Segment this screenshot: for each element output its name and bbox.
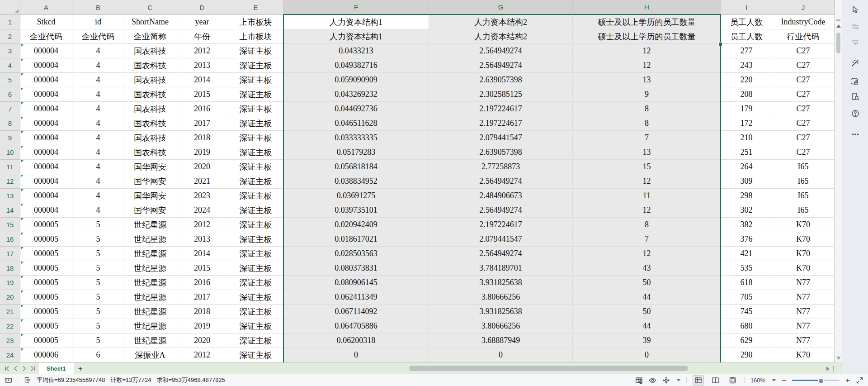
row-header-3[interactable]: 3: [0, 44, 20, 58]
cell-J5[interactable]: C27: [772, 73, 835, 87]
cell-E18[interactable]: 深证主板: [228, 261, 283, 276]
sheet-tab-sheet1[interactable]: Sheet1: [39, 363, 74, 374]
cell-B3[interactable]: 4: [72, 44, 124, 58]
cell-B23[interactable]: 5: [72, 334, 124, 348]
cell-A13[interactable]: 000004: [20, 189, 72, 203]
cell-J2[interactable]: 行业代码: [772, 29, 835, 44]
cell-E22[interactable]: 深证主板: [228, 319, 283, 334]
cell-D17[interactable]: 2014: [176, 247, 228, 261]
cell-G20[interactable]: 3.80666256: [429, 290, 573, 305]
row-header-15[interactable]: 15: [0, 218, 20, 232]
column-header-H[interactable]: H: [573, 0, 721, 15]
column-header-G[interactable]: G: [429, 0, 573, 15]
cell-H19[interactable]: 50: [573, 276, 721, 290]
cell-J17[interactable]: K70: [772, 247, 835, 261]
cell-H11[interactable]: 15: [573, 160, 721, 174]
scrollbar-split-handle[interactable]: [833, 366, 834, 372]
cell-B4[interactable]: 4: [72, 58, 124, 73]
cell-H9[interactable]: 7: [573, 131, 721, 145]
row-header-11[interactable]: 11: [0, 160, 20, 174]
auto-arrange-icon[interactable]: [850, 38, 860, 48]
cell-I24[interactable]: 290: [721, 348, 772, 362]
cell-F9[interactable]: 0.033333335: [283, 131, 429, 145]
macro-icon[interactable]: [5, 376, 12, 384]
chevron-down-icon[interactable]: [772, 379, 776, 381]
cell-I4[interactable]: 243: [721, 58, 772, 73]
cell-A14[interactable]: 000004: [20, 203, 72, 218]
next-sheet-icon[interactable]: [21, 365, 28, 372]
more-icon[interactable]: [850, 129, 860, 139]
cell-A12[interactable]: 000004: [20, 174, 72, 189]
cell-E24[interactable]: 深证主板: [228, 348, 283, 362]
cell-E19[interactable]: 深证主板: [228, 276, 283, 290]
row-header-21[interactable]: 21: [0, 305, 20, 319]
cell-F1[interactable]: 人力资本结构1: [283, 15, 429, 29]
cell-D13[interactable]: 2023: [176, 189, 228, 203]
cell-C6[interactable]: 国农科技: [124, 87, 176, 102]
cell-I14[interactable]: 302: [721, 203, 772, 218]
cell-H14[interactable]: 12: [573, 203, 721, 218]
cell-J14[interactable]: I65: [772, 203, 835, 218]
cell-F18[interactable]: 0.080373831: [283, 261, 429, 276]
cell-J21[interactable]: N77: [772, 305, 835, 319]
row-header-12[interactable]: 12: [0, 174, 20, 189]
cell-A20[interactable]: 000005: [20, 290, 72, 305]
row-header-8[interactable]: 8: [0, 116, 20, 131]
cell-J16[interactable]: K70: [772, 232, 835, 247]
cell-C1[interactable]: ShortName: [124, 15, 176, 29]
cell-B21[interactable]: 5: [72, 305, 124, 319]
cell-E2[interactable]: 上市板块: [228, 29, 283, 44]
cell-A11[interactable]: 000004: [20, 160, 72, 174]
row-header-6[interactable]: 6: [0, 87, 20, 102]
cell-F19[interactable]: 0.080906145: [283, 276, 429, 290]
cell-D22[interactable]: 2019: [176, 319, 228, 334]
cell-F17[interactable]: 0.028503563: [283, 247, 429, 261]
magic-wand-icon[interactable]: [850, 58, 860, 68]
cell-J6[interactable]: C27: [772, 87, 835, 102]
cell-E7[interactable]: 深证主板: [228, 102, 283, 116]
select-all-corner[interactable]: [0, 0, 20, 15]
cell-I21[interactable]: 745: [721, 305, 772, 319]
cell-B8[interactable]: 4: [72, 116, 124, 131]
cell-I23[interactable]: 629: [721, 334, 772, 348]
row-header-16[interactable]: 16: [0, 232, 20, 247]
cell-J10[interactable]: C27: [772, 145, 835, 160]
cell-H24[interactable]: 0: [573, 348, 721, 362]
cell-A6[interactable]: 000004: [20, 87, 72, 102]
cell-J13[interactable]: I65: [772, 189, 835, 203]
cell-F23[interactable]: 0.06200318: [283, 334, 429, 348]
cell-F22[interactable]: 0.064705886: [283, 319, 429, 334]
cell-I5[interactable]: 220: [721, 73, 772, 87]
cell-F13[interactable]: 0.03691275: [283, 189, 429, 203]
cell-H3[interactable]: 12: [573, 44, 721, 58]
cell-A3[interactable]: 000004: [20, 44, 72, 58]
cell-E9[interactable]: 深证主板: [228, 131, 283, 145]
cell-I8[interactable]: 172: [721, 116, 772, 131]
cell-B24[interactable]: 6: [72, 348, 124, 362]
fullscreen-icon[interactable]: [856, 376, 863, 384]
cell-D16[interactable]: 2013: [176, 232, 228, 247]
row-header-5[interactable]: 5: [0, 73, 20, 87]
column-header-F[interactable]: F: [283, 0, 429, 15]
cell-H16[interactable]: 7: [573, 232, 721, 247]
cell-I13[interactable]: 298: [721, 189, 772, 203]
cell-A15[interactable]: 000005: [20, 218, 72, 232]
zoom-in-button[interactable]: +: [845, 376, 850, 384]
cell-B19[interactable]: 5: [72, 276, 124, 290]
cell-F6[interactable]: 0.043269232: [283, 87, 429, 102]
cell-I16[interactable]: 376: [721, 232, 772, 247]
cell-I6[interactable]: 208: [721, 87, 772, 102]
cell-A22[interactable]: 000005: [20, 319, 72, 334]
cell-J23[interactable]: N77: [772, 334, 835, 348]
cell-H1[interactable]: 硕士及以上学历的员工数量: [573, 15, 721, 29]
cell-E3[interactable]: 深证主板: [228, 44, 283, 58]
cell-G15[interactable]: 2.197224617: [429, 218, 573, 232]
cell-F2[interactable]: 人力资本结构1: [283, 29, 429, 44]
cell-C7[interactable]: 国农科技: [124, 102, 176, 116]
cell-I3[interactable]: 277: [721, 44, 772, 58]
cell-H23[interactable]: 39: [573, 334, 721, 348]
cell-C4[interactable]: 国农科技: [124, 58, 176, 73]
cell-G23[interactable]: 3.68887949: [429, 334, 573, 348]
vertical-scrollbar-thumb[interactable]: [836, 33, 840, 53]
cell-B15[interactable]: 5: [72, 218, 124, 232]
